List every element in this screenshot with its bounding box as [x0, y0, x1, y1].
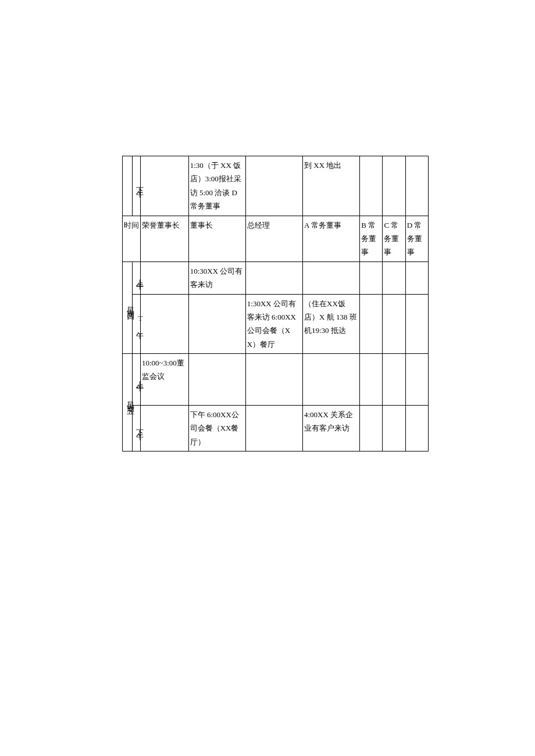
- cell-text: 4:00XX 关系企业有客户来访: [304, 410, 353, 432]
- table-row: 下午 下午 6:00XX公司会餐（XX餐厅） 4:00XX 关系企业有客户来访: [123, 406, 429, 452]
- cell-gm: [245, 406, 302, 452]
- table-row: 下午 1:30（于 XX 饭店）3:00报社采访 5:00 洽谈 D常务董事 到…: [123, 156, 429, 216]
- schedule-table: 下午 1:30（于 XX 饭店）3:00报社采访 5:00 洽谈 D常务董事 到…: [122, 156, 429, 452]
- period-cell: 下午: [132, 156, 140, 216]
- header-label: B 常务董事: [361, 221, 376, 257]
- cell-text: 下午 6:00XX公司会餐（XX餐厅）: [190, 410, 239, 446]
- header-chairman: 董事长: [188, 216, 245, 261]
- cell-chairman: [188, 294, 245, 354]
- cell-honorary: [140, 406, 188, 452]
- cell-honorary: [140, 294, 188, 354]
- cell-honorary: 10:00~3:00董监会议: [140, 354, 188, 406]
- day-label: 星期四: [124, 300, 137, 311]
- header-honorary: 荣誉董事长: [140, 216, 188, 261]
- cell-text: 1:30（于 XX 饭店）3:00报社采访 5:00 洽谈 D常务董事: [190, 161, 241, 210]
- day-thursday: 星期四: [123, 261, 133, 353]
- cell-a: 到 XX 地出: [303, 156, 360, 216]
- cell-a: （住在XX饭店）X 航 138 班机19:30 抵达: [303, 294, 360, 354]
- cell-gm: 1:30XX 公司有客来访 6:00XX 公司会餐（XX）餐厅: [245, 294, 302, 354]
- period-label: 上午: [134, 273, 147, 280]
- header-label: D 常务董事: [407, 221, 422, 257]
- period-label: T午: [134, 314, 147, 329]
- cell-a: [303, 354, 360, 406]
- cell-chairman: 10:30XX 公司有客来访: [188, 261, 245, 294]
- period-cell: 上午: [132, 261, 140, 294]
- cell-text: 到 XX 地出: [304, 161, 341, 170]
- header-b: B 常务董事: [360, 216, 383, 261]
- cell-b: [360, 354, 383, 406]
- header-label: 荣誉董事长: [142, 221, 180, 230]
- cell-honorary: [140, 156, 188, 216]
- cell-d: [405, 261, 428, 294]
- cell-d: [405, 354, 428, 406]
- cell-d: [405, 406, 428, 452]
- header-time: 时间: [123, 216, 141, 261]
- cell-c: [383, 261, 405, 294]
- cell-chairman: 下午 6:00XX公司会餐（XX餐厅）: [188, 406, 245, 452]
- cell-c: [383, 354, 405, 406]
- header-a: A 常务董事: [303, 216, 360, 261]
- table-row: 星期五 上午 10:00~3:00董监会议: [123, 354, 429, 406]
- cell-b: [360, 156, 383, 216]
- table-row: 星期四 上午 10:30XX 公司有客来访: [123, 261, 429, 294]
- cell-b: [360, 294, 383, 354]
- header-label: C 常务董事: [384, 221, 399, 257]
- cell-gm: [245, 261, 302, 294]
- cell-c: [383, 156, 405, 216]
- day-friday: 星期五: [123, 354, 133, 452]
- cell-a: [303, 261, 360, 294]
- period-label: 下午: [134, 424, 147, 431]
- day-cell: [123, 156, 133, 216]
- cell-chairman: [188, 354, 245, 406]
- cell-c: [383, 406, 405, 452]
- cell-a: 4:00XX 关系企业有客户来访: [303, 406, 360, 452]
- table-row: T午 1:30XX 公司有客来访 6:00XX 公司会餐（XX）餐厅 （住在XX…: [123, 294, 429, 354]
- header-label: 时间: [124, 221, 139, 230]
- cell-gm: [245, 354, 302, 406]
- cell-d: [405, 294, 428, 354]
- cell-text: （住在XX饭店）X 航 138 班机19:30 抵达: [304, 299, 357, 335]
- header-gm: 总经理: [245, 216, 302, 261]
- cell-text: 10:30XX 公司有客来访: [190, 267, 243, 289]
- cell-text: 1:30XX 公司有客来访 6:00XX 公司会餐（XX）餐厅: [247, 299, 296, 349]
- cell-honorary: [140, 261, 188, 294]
- header-c: C 常务董事: [383, 216, 405, 261]
- cell-text: 10:00~3:00董监会议: [142, 359, 184, 381]
- cell-b: [360, 261, 383, 294]
- cell-gm: [245, 156, 302, 216]
- cell-chairman: 1:30（于 XX 饭店）3:00报社采访 5:00 洽谈 D常务董事: [188, 156, 245, 216]
- cell-c: [383, 294, 405, 354]
- cell-b: [360, 406, 383, 452]
- header-d: D 常务董事: [405, 216, 428, 261]
- header-label: 总经理: [247, 221, 270, 230]
- header-label: A 常务董事: [304, 221, 341, 230]
- table-header-row: 时间 荣誉董事长 董事长 总经理 A 常务董事 B 常务董事 C: [123, 216, 429, 261]
- cell-d: [405, 156, 428, 216]
- period-cell: 下午: [132, 406, 140, 452]
- period-label: 下午: [134, 181, 147, 188]
- day-label: 星期五: [124, 395, 137, 406]
- header-label: 董事长: [190, 221, 213, 230]
